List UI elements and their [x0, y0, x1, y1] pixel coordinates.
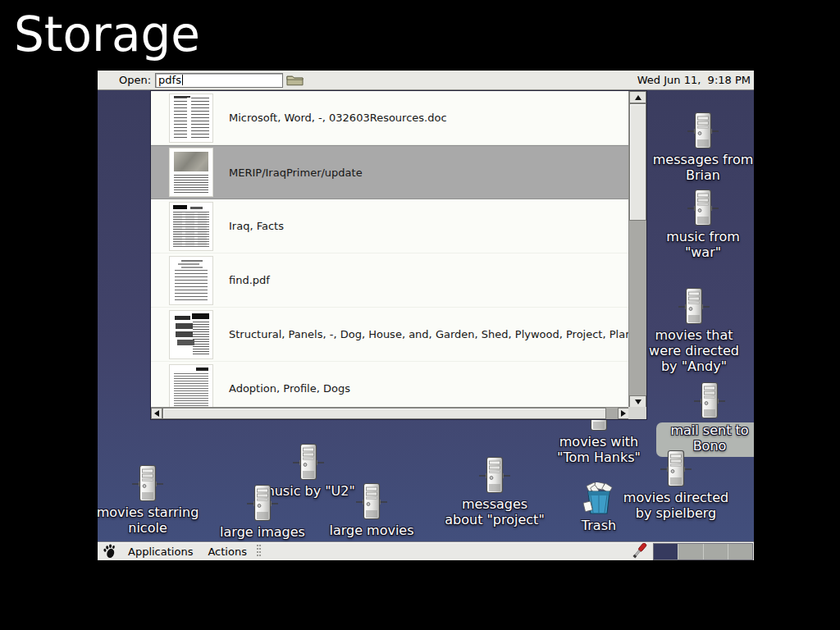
storage-device-icon: [687, 189, 719, 228]
storage-device-icon: [678, 287, 710, 326]
list-item-label: MERIP/IraqPrimer/update: [229, 167, 363, 179]
folder-icon[interactable]: [286, 73, 304, 87]
list-item[interactable]: Adoption, Profile, Dogs: [151, 362, 629, 408]
list-item[interactable]: Structural, Panels, -, Dog, House, and, …: [151, 308, 629, 362]
search-topbar: Open: pdfs Wed Jun 11, 9:18 PM: [98, 71, 754, 90]
list-item-label: Adoption, Profile, Dogs: [229, 382, 350, 395]
desktop-icon-messages-about-project[interactable]: messages about "project": [441, 456, 548, 528]
results-list: Microsoft, Word, -, 032603Resources.doc …: [151, 91, 629, 408]
storage-device-icon: [478, 456, 511, 495]
list-item-selected[interactable]: MERIP/IraqPrimer/update: [151, 145, 629, 199]
desktop-icon-label: large movies: [329, 523, 413, 539]
document-thumbnail: [169, 364, 213, 409]
arrow-right-icon: [621, 410, 626, 417]
list-item[interactable]: Microsoft, Word, -, 032603Resources.doc: [151, 91, 629, 145]
list-item-label: Microsoft, Word, -, 032603Resources.doc: [229, 112, 447, 124]
vertical-scrollbar[interactable]: [628, 91, 646, 408]
storage-device-icon: [131, 464, 164, 504]
desktop-icon-large-images[interactable]: large images: [209, 484, 316, 541]
panel-drag-handle[interactable]: [257, 545, 261, 558]
list-item[interactable]: find.pdf: [151, 253, 629, 308]
scroll-left-button[interactable]: [151, 408, 162, 419]
scroll-right-button[interactable]: [618, 408, 629, 419]
actions-menu[interactable]: Actions: [204, 544, 250, 559]
desktop-icon-movies-starring-nicole[interactable]: movies starring nicole: [98, 464, 201, 536]
document-thumbnail: [169, 148, 213, 197]
scroll-down-button[interactable]: [629, 395, 646, 408]
storage-device-icon: [355, 482, 388, 522]
desktop-icon-movies-directed-by-andy[interactable]: movies that were directed by "Andy": [641, 287, 747, 375]
storage-device-icon: [693, 381, 726, 421]
desktop-icon-label: movies that were directed by "Andy": [641, 328, 747, 375]
desktop-icon-label: large images: [220, 525, 305, 541]
gnome-foot-icon[interactable]: [103, 544, 116, 559]
workspace-2[interactable]: [678, 544, 703, 559]
desktop-icon-label: messages from Brian: [650, 153, 754, 184]
page-title: Storage: [14, 7, 200, 62]
scroll-up-button[interactable]: [629, 91, 646, 103]
desktop-icon-movies-directed-by-spielberg[interactable]: movies directed by spielberg: [623, 450, 729, 522]
text-caret: [182, 75, 183, 85]
desktop-icon-label: movies starring nicole: [98, 505, 201, 536]
list-item-label: Structural, Panels, -, Dog, House, and, …: [229, 328, 629, 340]
arrow-up-icon: [635, 95, 641, 100]
horizontal-scrollbar[interactable]: [151, 407, 629, 419]
storage-device-icon: [660, 450, 692, 489]
desktop-icon-large-movies[interactable]: large movies: [318, 482, 425, 539]
workspace-switcher[interactable]: [653, 543, 753, 560]
list-item[interactable]: Iraq, Facts: [151, 199, 629, 253]
search-results-dialog: Microsoft, Word, -, 032603Resources.doc …: [150, 90, 647, 420]
desktop-icon-label: movies directed by spielberg: [623, 491, 729, 522]
workspace-4[interactable]: [728, 544, 752, 559]
open-label: Open:: [119, 74, 151, 86]
desktop-icon-label: music from "war": [650, 230, 754, 261]
gnome-panel: Applications Actions: [98, 541, 754, 560]
vertical-scroll-thumb[interactable]: [629, 103, 646, 221]
list-item-label: find.pdf: [229, 274, 270, 286]
desktop-icon-label: Trash: [582, 518, 616, 534]
clock-applet[interactable]: Wed Jun 11, 9:18 PM: [637, 74, 751, 86]
scrollbar-corner: [628, 407, 646, 419]
desktop-icon-music-from-war[interactable]: music from "war": [650, 189, 754, 261]
document-thumbnail: [169, 94, 213, 143]
arrow-left-icon: [154, 410, 159, 417]
storage-device-icon: [292, 443, 325, 482]
desktop-icon-mail-sent-to-bono[interactable]: mail sent to Bono: [656, 381, 754, 457]
arrow-down-icon: [635, 399, 641, 404]
search-input[interactable]: pdfs: [155, 73, 283, 88]
search-input-value: pdfs: [158, 74, 181, 86]
document-thumbnail: [169, 310, 213, 359]
workspace-3[interactable]: [704, 544, 728, 559]
list-item-label: Iraq, Facts: [229, 220, 284, 232]
storage-device-icon: [687, 112, 719, 151]
desktop-icon-label: messages about "project": [441, 497, 548, 528]
applications-menu[interactable]: Applications: [125, 544, 196, 559]
desktop-icon-messages-from-brian[interactable]: messages from Brian: [650, 112, 754, 184]
document-thumbnail: [169, 202, 213, 251]
horizontal-scroll-thumb[interactable]: [162, 408, 606, 419]
screwdriver-tool-icon[interactable]: [629, 543, 649, 560]
document-thumbnail: [169, 256, 213, 305]
workspace-1-active[interactable]: [654, 544, 678, 559]
desktop-screen: Open: pdfs Wed Jun 11, 9:18 PM Microsoft…: [98, 71, 754, 560]
trash-icon: [581, 482, 617, 517]
storage-device-icon: [246, 484, 279, 523]
